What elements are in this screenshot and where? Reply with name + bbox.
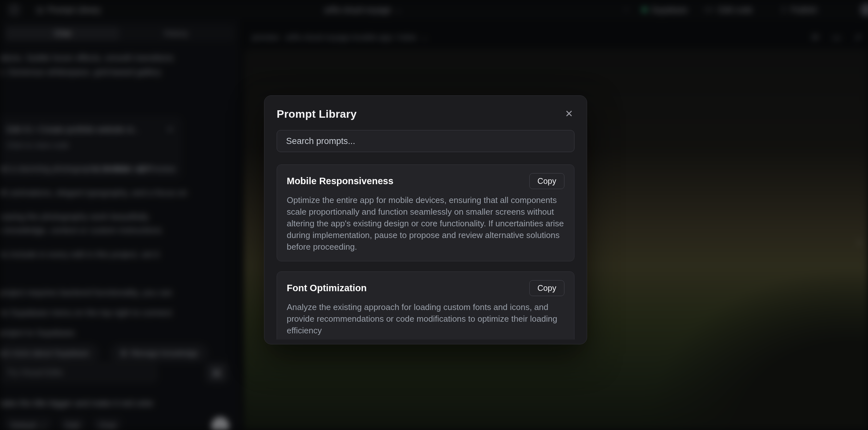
prompt-title: Font Optimization — [287, 280, 367, 294]
prompt-library-dialog: Prompt Library ✕ Mobile Responsiveness C… — [264, 95, 587, 344]
copy-button[interactable]: Copy — [529, 173, 564, 189]
screen: ▤ Prompt Library arflo-cloud-voyage ⌄ ◔ … — [0, 0, 868, 430]
dialog-title: Prompt Library — [277, 108, 357, 120]
search-input[interactable] — [277, 130, 575, 152]
prompt-body: Optimize the entire app for mobile devic… — [287, 194, 564, 253]
prompt-title: Mobile Responsiveness — [287, 173, 394, 186]
prompt-card-font-optimization: Font Optimization Copy Analyze the exist… — [277, 271, 575, 340]
copy-button[interactable]: Copy — [529, 280, 564, 296]
close-icon[interactable]: ✕ — [564, 108, 575, 120]
prompt-list: Mobile Responsiveness Copy Optimize the … — [277, 164, 575, 340]
prompt-card-mobile-responsiveness: Mobile Responsiveness Copy Optimize the … — [277, 164, 575, 262]
prompt-body: Analyze the existing approach for loadin… — [287, 301, 564, 336]
